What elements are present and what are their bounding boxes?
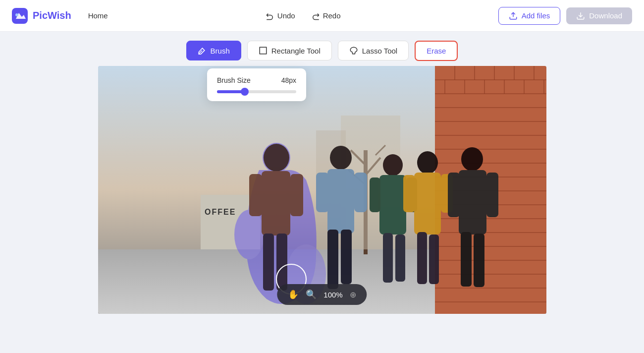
svg-rect-47 bbox=[327, 230, 338, 289]
download-label: Download bbox=[589, 11, 622, 20]
brush-size-slider[interactable] bbox=[217, 90, 296, 93]
logo-text: PicWish bbox=[33, 10, 71, 21]
svg-rect-73 bbox=[262, 171, 290, 235]
svg-rect-48 bbox=[341, 230, 352, 284]
redo-label: Redo bbox=[323, 11, 341, 20]
svg-rect-68 bbox=[486, 173, 498, 217]
svg-text:OFFEE: OFFEE bbox=[205, 208, 236, 216]
svg-rect-74 bbox=[263, 234, 274, 291]
svg-point-45 bbox=[330, 146, 352, 170]
zoom-percent: 100% bbox=[323, 291, 342, 299]
brush-dropdown: Brush Size 48px bbox=[207, 68, 306, 101]
svg-point-72 bbox=[264, 144, 289, 172]
logo-icon bbox=[12, 8, 28, 24]
brush-size-label: Brush Size bbox=[217, 76, 251, 84]
header-right: Add files Download bbox=[498, 7, 632, 25]
lasso-tool-button[interactable]: Lasso Tool bbox=[338, 41, 409, 60]
canvas-area: OFFEE bbox=[0, 61, 644, 314]
svg-rect-53 bbox=[383, 233, 393, 283]
svg-rect-76 bbox=[249, 174, 262, 216]
undo-button[interactable]: Undo bbox=[266, 11, 295, 20]
svg-rect-61 bbox=[403, 175, 415, 212]
brush-tool-button[interactable]: Brush bbox=[186, 41, 241, 60]
svg-point-63 bbox=[461, 147, 483, 171]
redo-button[interactable]: Redo bbox=[311, 11, 341, 20]
svg-rect-4 bbox=[260, 47, 267, 54]
zoom-out-icon[interactable]: 🔍 bbox=[306, 289, 317, 300]
scene-svg: OFFEE bbox=[98, 66, 546, 314]
download-button[interactable]: Download bbox=[566, 7, 632, 24]
rectangle-icon bbox=[259, 46, 268, 55]
add-files-label: Add files bbox=[522, 11, 550, 20]
undo-label: Undo bbox=[277, 11, 295, 20]
svg-point-57 bbox=[417, 151, 438, 174]
download-icon bbox=[576, 11, 585, 20]
svg-rect-52 bbox=[379, 175, 406, 235]
svg-rect-50 bbox=[354, 173, 367, 212]
redo-icon bbox=[311, 11, 320, 20]
svg-rect-65 bbox=[461, 232, 472, 287]
header-center: Undo Redo bbox=[266, 11, 341, 20]
svg-rect-64 bbox=[459, 170, 486, 235]
brush-label: Brush bbox=[211, 47, 230, 55]
svg-rect-55 bbox=[370, 177, 380, 212]
brush-icon bbox=[198, 46, 207, 55]
upload-icon bbox=[509, 11, 518, 20]
slider-thumb bbox=[241, 88, 249, 96]
brush-size-row: Brush Size 48px bbox=[217, 76, 296, 84]
add-files-button[interactable]: Add files bbox=[498, 7, 561, 25]
svg-rect-49 bbox=[316, 173, 329, 212]
svg-point-1 bbox=[15, 13, 18, 16]
svg-rect-46 bbox=[327, 169, 354, 234]
rectangle-tool-button[interactable]: Rectangle Tool bbox=[247, 41, 332, 60]
home-link[interactable]: Home bbox=[88, 11, 108, 20]
svg-point-70 bbox=[234, 210, 264, 259]
erase-button[interactable]: Erase bbox=[415, 41, 458, 61]
svg-rect-66 bbox=[474, 234, 484, 287]
svg-rect-77 bbox=[290, 174, 303, 216]
erase-label: Erase bbox=[427, 47, 446, 55]
undo-icon bbox=[266, 11, 274, 20]
zoom-in-icon[interactable]: ⊕ bbox=[350, 290, 356, 299]
svg-rect-67 bbox=[448, 173, 460, 217]
svg-point-51 bbox=[383, 154, 403, 176]
brush-size-value: 48px bbox=[281, 76, 296, 84]
lasso-icon bbox=[349, 46, 358, 55]
svg-rect-58 bbox=[414, 173, 441, 235]
svg-rect-59 bbox=[417, 232, 427, 284]
logo-area: PicWish Home bbox=[12, 8, 108, 24]
toolbar: Brush Rectangle Tool Lasso Tool Erase Br… bbox=[0, 32, 644, 61]
svg-rect-60 bbox=[429, 235, 439, 284]
svg-rect-75 bbox=[276, 234, 287, 291]
zoom-bar: ✋ 🔍 100% ⊕ bbox=[277, 284, 367, 305]
lasso-tool-label: Lasso Tool bbox=[362, 47, 397, 55]
svg-rect-54 bbox=[395, 235, 405, 282]
pan-icon[interactable]: ✋ bbox=[288, 289, 299, 300]
rectangle-tool-label: Rectangle Tool bbox=[271, 47, 321, 55]
header: PicWish Home Undo Redo Add files bbox=[0, 0, 644, 32]
image-container[interactable]: OFFEE bbox=[98, 66, 546, 314]
